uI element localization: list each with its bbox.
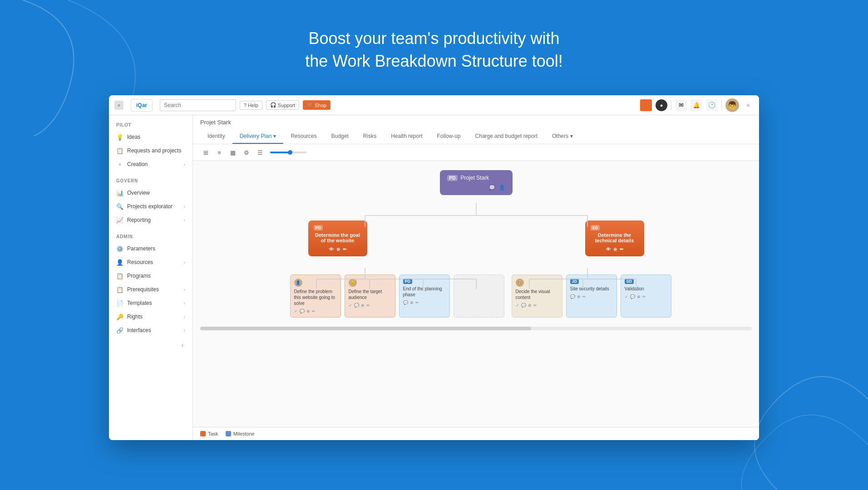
wbs-node-empty[interactable] (454, 274, 504, 318)
security-copy-icon[interactable]: ⊕ (577, 294, 581, 299)
sidebar-item-ideas[interactable]: 💡 Ideas (109, 130, 192, 144)
problem-avatar: 👤 (294, 279, 302, 287)
tab-charge-budget-report[interactable]: Charge and budget report (468, 129, 545, 144)
tech-eye-icon[interactable]: 👁 (606, 247, 611, 252)
sidebar-item-label: Reporting (127, 217, 151, 223)
visual-check-icon[interactable]: ✓ (516, 303, 519, 308)
tab-follow-up[interactable]: Follow-up (430, 129, 468, 144)
orange-indicator[interactable] (640, 99, 652, 111)
sidebar-item-resources[interactable]: 👤 Resources › (109, 255, 192, 269)
sidebar-item-overview[interactable]: 📊 Overview (109, 186, 192, 200)
root-user-icon[interactable]: 👤 (499, 185, 505, 191)
goal-eye-icon[interactable]: 👁 (329, 247, 334, 252)
planning-chat-icon[interactable]: 💬 (403, 300, 408, 305)
problem-chat-icon[interactable]: 💬 (300, 309, 305, 314)
security-edit-icon[interactable]: ✏ (582, 294, 586, 299)
wbs-node-validation[interactable]: SD Validation ✓ 💬 ⊕ ✏ (621, 274, 671, 318)
zoom-slider[interactable] (270, 152, 306, 153)
audience-check-icon[interactable]: ✓ (349, 303, 352, 308)
sidebar-item-label: Resources (127, 259, 153, 265)
collapse-button[interactable]: « (743, 100, 754, 111)
wbs-node-visual[interactable]: 🎨 Decide the visual content ✓ 💬 ⊕ ✏ (512, 274, 562, 318)
visual-label: Decide the visual content (516, 289, 558, 300)
goal-copy-icon[interactable]: ⊕ (336, 247, 340, 252)
audience-chat-icon[interactable]: 💬 (354, 303, 359, 308)
sidebar-item-projects-explorator[interactable]: 🔍 Projects explorator › (109, 200, 192, 213)
wbs-l1-left: PD Determine the goal of the website 👁 ⊕… (308, 220, 367, 256)
visual-chat-icon[interactable]: 💬 (521, 303, 526, 308)
validation-chat-icon[interactable]: 💬 (630, 294, 635, 299)
problem-copy-icon[interactable]: ⊕ (306, 309, 310, 314)
wbs-level1-row: PD Determine the goal of the website 👁 ⊕… (290, 220, 662, 256)
tab-delivery-plan[interactable]: Delivery Plan ▾ (232, 129, 284, 144)
notification-icon[interactable]: 🔔 (690, 99, 702, 111)
settings-button[interactable]: ⚙ (241, 147, 252, 158)
clock-icon[interactable]: 🕐 (706, 99, 718, 111)
sidebar-collapse-button[interactable]: ‹ (178, 341, 187, 350)
titlebar: × iQar ? Help 🎧 Support 🛒 Shop ● ✉ 🔔 🕐 👦… (109, 95, 759, 115)
rights-icon: 🔑 (116, 313, 123, 320)
audience-edit-icon[interactable]: ✏ (366, 303, 370, 308)
validation-copy-icon[interactable]: ⊕ (637, 294, 641, 299)
app-window: × iQar ? Help 🎧 Support 🛒 Shop ● ✉ 🔔 🕐 👦… (109, 95, 759, 440)
sidebar-item-interfaces[interactable]: 🔗 Interfaces › (109, 323, 192, 337)
shop-button[interactable]: 🛒 Shop (303, 100, 330, 110)
tab-budget[interactable]: Budget (324, 129, 356, 144)
sidebar-item-requests[interactable]: 📋 Requests and projects (109, 144, 192, 157)
problem-edit-icon[interactable]: ✏ (312, 309, 316, 314)
interfaces-icon: 🔗 (116, 327, 123, 334)
planning-copy-icon[interactable]: ⊕ (410, 300, 414, 305)
wbs-node-audience[interactable]: 😊 Define the target audience ✓ 💬 ⊕ ✏ (345, 274, 395, 318)
close-button[interactable]: × (114, 101, 123, 110)
sidebar-item-prerequisites[interactable]: 📋 Prerequisites › (109, 283, 192, 296)
sidebar-item-creation[interactable]: + Creation › (109, 157, 192, 171)
sidebar-item-programs[interactable]: 📋 Programs (109, 269, 192, 283)
sidebar-item-parameters[interactable]: ⚙️ Parameters (109, 242, 192, 255)
wbs-node-planning[interactable]: PD End of the planning phase 💬 ⊕ ✏ (399, 274, 450, 318)
wbs-node-problem[interactable]: 👤 Define the problem this website going … (290, 274, 341, 318)
horizontal-scrollbar[interactable] (200, 327, 752, 330)
visual-copy-icon[interactable]: ⊕ (528, 303, 532, 308)
tab-health-report[interactable]: Health report (384, 129, 429, 144)
sidebar-item-templates[interactable]: 📄 Templates › (109, 296, 192, 310)
legend: Task Milestone (193, 427, 759, 440)
support-button[interactable]: 🎧 Support (266, 100, 300, 110)
view-list-button[interactable]: ≡ (214, 147, 225, 158)
tab-bar: Identity Delivery Plan ▾ Resources Budge… (200, 129, 752, 144)
wbs-root-node[interactable]: PD Projet Stark 💬 👤 (440, 170, 513, 195)
wbs-root-row: PD Projet Stark 💬 👤 (290, 170, 662, 195)
validation-edit-icon[interactable]: ✏ (642, 294, 646, 299)
sidebar-item-reporting[interactable]: 📈 Reporting › (109, 213, 192, 227)
view-grid-button[interactable]: ⊞ (200, 147, 211, 158)
audience-copy-icon[interactable]: ⊕ (361, 303, 365, 308)
wbs-node-security[interactable]: JD Site security details 💬 ⊕ ✏ (566, 274, 617, 318)
tab-identity[interactable]: Identity (200, 129, 232, 144)
help-button[interactable]: ? Help (240, 101, 262, 110)
moon-icon[interactable]: ● (656, 99, 667, 111)
sidebar-item-rights[interactable]: 🔑 Rights › (109, 310, 192, 323)
problem-check-icon[interactable]: ✓ (294, 309, 298, 314)
security-chat-icon[interactable]: 💬 (570, 294, 575, 299)
goal-edit-icon[interactable]: ✏ (343, 247, 346, 252)
tab-risks[interactable]: Risks (356, 129, 384, 144)
view-expand-button[interactable]: ☰ (255, 147, 266, 158)
wbs-node-technical[interactable]: SD Determine the technical details 👁 ⊕ ✏ (585, 220, 644, 256)
wbs-node-goal[interactable]: PD Determine the goal of the website 👁 ⊕… (308, 220, 367, 256)
sidebar-item-label: Creation (127, 161, 148, 167)
view-gantt-button[interactable]: ▦ (227, 147, 238, 158)
tech-edit-icon[interactable]: ✏ (620, 247, 623, 252)
avatar[interactable]: 👦 (725, 98, 739, 112)
visual-edit-icon[interactable]: ✏ (533, 303, 537, 308)
sidebar-section-pilot: PILOT (109, 115, 192, 130)
goal-badge: PD (314, 225, 323, 230)
hero-line1: Boost your team's productivity with (0, 27, 868, 50)
search-input[interactable] (160, 99, 236, 111)
tab-resources[interactable]: Resources (283, 129, 324, 144)
tech-copy-icon[interactable]: ⊕ (613, 247, 617, 252)
validation-check-icon[interactable]: ✓ (625, 294, 628, 299)
email-icon[interactable]: ✉ (675, 99, 687, 111)
planning-edit-icon[interactable]: ✏ (415, 300, 419, 305)
root-chat-icon[interactable]: 💬 (489, 185, 495, 191)
tab-others[interactable]: Others ▾ (545, 129, 580, 144)
explorator-icon: 🔍 (116, 203, 123, 210)
